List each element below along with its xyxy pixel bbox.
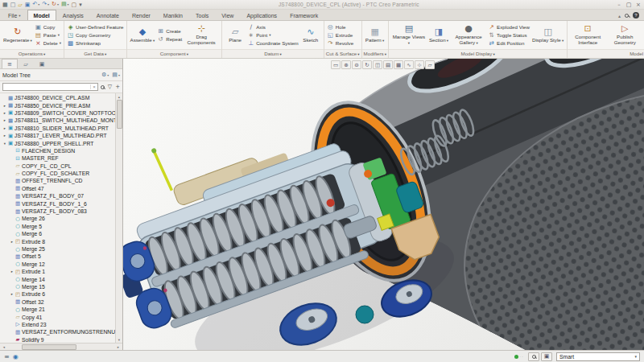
plane-button[interactable]: ▱Plane [225, 27, 246, 43]
filter-icon[interactable]: ▽ [108, 84, 112, 90]
tree-item[interactable]: ○Merge 25 [0, 245, 115, 253]
sketch-button[interactable]: ∿Sketch [300, 27, 321, 43]
display-style-view-button[interactable]: ◫ [373, 60, 382, 69]
hole-button[interactable]: ◎Hole [327, 23, 353, 31]
model-tree-tab[interactable]: ≡ [2, 59, 18, 68]
command-search-icon[interactable] [625, 14, 629, 18]
minimize-button[interactable]: – [616, 2, 622, 8]
appearance-gallery-button[interactable]: ●Appearance Gallery ▾ [451, 24, 486, 45]
tree-item[interactable]: ▸▦JS748811_SWITCH_MULTIHEAD_MONT.ASM [0, 117, 115, 124]
annotation-display-button[interactable]: ∿ [404, 60, 414, 69]
select-items-button[interactable]: ▣ [541, 352, 552, 361]
tree-item[interactable]: ▸◰Extrude 1 [0, 268, 115, 275]
web-browser-icon[interactable]: ◉ [13, 353, 19, 360]
tree-item[interactable]: ▱COPY_FL_CD_SCHALTER [0, 170, 115, 177]
repaint-icon[interactable]: ▤▾ [61, 1, 69, 8]
graphics-area[interactable]: ▭⊕⊖↻◫▤▦∿⊹▱ [123, 59, 644, 350]
ribbon-group-label-component[interactable]: Component▾ [127, 49, 222, 58]
open-icon[interactable]: ▱ [18, 2, 22, 8]
ribbon-group-label-operations[interactable]: Operations▾ [0, 49, 64, 58]
toggle-status-button[interactable]: ⇅Toggle Status [488, 31, 530, 39]
tree-item[interactable]: ▸▣JS748809_SWITCH_COVER_NOTFTOOL.PRT [0, 109, 115, 117]
tree-columns-icon[interactable]: ▤▾ [112, 72, 120, 78]
tree-item[interactable]: ○Merge 15 [0, 283, 115, 290]
user-defined-feature-button[interactable]: ◈User-Defined Feature [67, 23, 124, 31]
ribbon-group-label-model-display[interactable]: Model Display▾ [389, 49, 567, 58]
tree-search-box[interactable]: × [2, 83, 98, 91]
regenerate-quick-icon[interactable]: ↻▾ [52, 1, 59, 8]
tree-vertical-scrollbar[interactable]: ▴ ▾ [115, 93, 122, 343]
scroll-right-icon[interactable]: ▸ [115, 345, 122, 349]
repaint-view-button[interactable]: ↻ [362, 60, 372, 69]
saved-orientations-button[interactable]: ▤ [383, 60, 393, 69]
undo-icon-arrow[interactable]: ▾ [38, 2, 39, 6]
refit-button[interactable]: ▭ [331, 60, 341, 69]
delete-button[interactable]: ×Delete▾ [35, 39, 61, 47]
display-style-button[interactable]: ◫Display Style ▾ [531, 27, 564, 43]
restore-button[interactable]: ▢ [625, 2, 632, 8]
tree-item[interactable]: ▥Offset 5 [0, 253, 115, 260]
redo-icon-arrow[interactable]: ▾ [47, 2, 49, 6]
exploded-view-button[interactable]: ↗Exploded View [488, 23, 530, 31]
coordinate-system-button[interactable]: ⊥Coordinate System [247, 39, 299, 47]
horizontal-scroll-track[interactable] [7, 344, 115, 350]
repaint-icon-arrow[interactable]: ▾ [68, 2, 69, 6]
tree-item[interactable]: ○Merge 6 [0, 230, 115, 237]
tab-view[interactable]: View [215, 10, 240, 20]
revolve-button[interactable]: ↷Revolve [327, 39, 353, 47]
manage-views-button[interactable]: ▤Manage Views ▾ [391, 24, 427, 46]
edit-position-button[interactable]: ⇄Edit Position [488, 39, 530, 47]
scroll-up-icon[interactable]: ▴ [118, 93, 120, 100]
zoom-out-button[interactable]: ⊖ [352, 60, 361, 69]
shrinkwrap-button[interactable]: ▩Shrinkwrap [67, 39, 124, 47]
add-column-icon[interactable]: + [115, 84, 120, 90]
tree-item[interactable]: ○Merge 21 [0, 306, 115, 313]
pattern-button[interactable]: ▦Pattern ▾ [365, 27, 386, 43]
point-button[interactable]: ∗Point▾ [247, 31, 299, 39]
tree-item[interactable]: ▸◰Extrude 8 [0, 237, 115, 245]
tree-item[interactable]: ○Merge 14 [0, 275, 115, 282]
tree-item[interactable]: ▱Copy 41 [0, 313, 115, 320]
ribbon-group-label-cut-surface[interactable]: Cut & Surface▾ [324, 49, 361, 58]
help-icon[interactable]: ? [633, 12, 639, 19]
tab-render[interactable]: Render [126, 10, 157, 20]
tree-item[interactable]: ▷Extend 23 [0, 321, 115, 328]
tab-applications[interactable]: Applications [240, 10, 283, 20]
tree-item[interactable]: ▥OFFSET_TRENNFL_CD [0, 177, 115, 184]
spin-center-button[interactable]: ⊹ [415, 60, 424, 69]
tab-model[interactable]: Model [27, 10, 56, 20]
tree-item[interactable]: ○Merge 12 [0, 261, 115, 268]
tree-item[interactable]: ▥VERSATZ_ENTFORMUNGSTRENNUNG [0, 328, 115, 335]
drag-components-button[interactable]: ⊹Drag Components [184, 24, 219, 45]
tree-item[interactable]: ▰Solidify 9 [0, 336, 115, 343]
regenerate-button[interactable]: ↻Regenerate ▾ [2, 27, 33, 43]
teal-coupler[interactable] [356, 306, 374, 323]
tree-item[interactable]: ▾▣JS748880_UPPER_SHELL.PRT [0, 139, 115, 146]
tree-toggle-icon[interactable]: ≡ [4, 353, 10, 360]
component-interface-button[interactable]: ⊡Component Interface [570, 24, 605, 45]
tree-item[interactable]: ▥VERSATZ_FL_BODY_07 [0, 192, 115, 200]
tab-file[interactable]: File▾ [2, 10, 27, 20]
tree-filters-icon[interactable]: ⚙▾ [101, 72, 109, 78]
tree-horizontal-scrollbar[interactable]: ◂ ▸ [0, 343, 122, 350]
perspective-button[interactable]: ▱ [425, 60, 435, 69]
tree-item[interactable]: ▦JS748800_DEVICE_CPL.ASM [0, 94, 115, 101]
extrude-button[interactable]: ◱Extrude [327, 31, 353, 39]
tab-framework[interactable]: Framework [283, 10, 324, 20]
tab-annotate[interactable]: Annotate [90, 10, 126, 20]
tab-analysis[interactable]: Analysis [56, 10, 90, 20]
tree-item[interactable]: ⊟FLAECHEN_DESIGN [0, 147, 115, 154]
regenerate-quick-icon-arrow[interactable]: ▾ [57, 2, 59, 6]
save-icon[interactable]: ▣ [25, 2, 31, 8]
vertical-scroll-thumb[interactable] [117, 100, 122, 129]
tree-item[interactable]: ○Merge 26 [0, 215, 115, 222]
selection-filter-dropdown[interactable]: Smart ▾ [556, 352, 640, 361]
tab-manikin[interactable]: Manikin [157, 10, 189, 20]
ribbon-group-label-datum[interactable]: Datum▾ [222, 49, 324, 58]
new-icon[interactable]: □ [10, 2, 16, 8]
tree-item[interactable]: ⊟MASTER_REF [0, 154, 115, 162]
copy-button[interactable]: ▣Copy [35, 23, 61, 31]
tree-item[interactable]: ▸▣JS748810_SLIDER_MULTIHEAD.PRT [0, 125, 115, 132]
horizontal-scroll-thumb[interactable] [22, 344, 76, 350]
folder-browser-tab[interactable]: ▱ [18, 59, 34, 68]
